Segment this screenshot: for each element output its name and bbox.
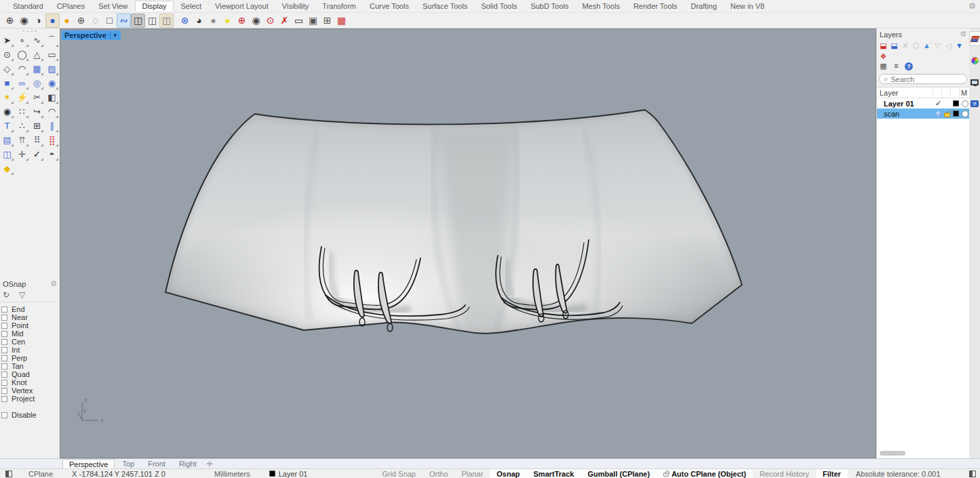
help-circle-icon[interactable]: ? (905, 62, 913, 71)
checkbox[interactable] (1, 323, 7, 329)
curve-handles-icon[interactable]: ⌒ (45, 33, 59, 47)
hide-camera-icon[interactable]: ✗ (277, 14, 292, 28)
menu-item-transform[interactable]: Transform (316, 1, 362, 11)
layer-color-swatch[interactable] (953, 100, 959, 106)
status-toggle-osnap[interactable]: Osnap (490, 469, 526, 478)
osnap-option-mid[interactable]: Mid (1, 330, 60, 338)
gear-icon[interactable]: ⚙ (50, 279, 57, 288)
spheres-icon[interactable]: ∞ (15, 76, 29, 90)
lightning-icon[interactable]: ⚡ (15, 90, 29, 104)
layers-hscrollbar[interactable] (880, 451, 905, 456)
viewport-tab-top[interactable]: Top (116, 459, 140, 469)
arc-icon[interactable]: ◠ (15, 62, 29, 76)
move-points-icon[interactable]: ∴ (15, 119, 29, 133)
blend-curve-icon[interactable]: ◠ (45, 104, 59, 119)
status-toggle-filter[interactable]: Filter (816, 469, 848, 478)
explode-star-icon[interactable]: ✶ (0, 90, 14, 104)
surface-wrap-icon[interactable]: ◉ (45, 76, 59, 90)
osnap-option-near[interactable]: Near (1, 313, 60, 321)
box-icon[interactable]: ■ (0, 76, 14, 90)
osnap-option-tan[interactable]: Tan (1, 362, 60, 370)
linked-spheres-icon[interactable]: ⊛ (178, 14, 192, 28)
viewport-tab-front[interactable]: Front (142, 459, 172, 469)
help-icon[interactable]: ? (969, 96, 980, 111)
menu-item-drafting[interactable]: Drafting (685, 1, 724, 11)
primitives-icon[interactable]: ▣ (306, 14, 320, 28)
move-up-icon[interactable]: ▲ (922, 41, 931, 50)
menu-item-surface-tools[interactable]: Surface Tools (416, 1, 473, 11)
rectangle-icon[interactable]: ▭ (45, 47, 59, 62)
active-layer-button[interactable]: Layer 01 (260, 470, 317, 478)
select-pointer-icon[interactable]: ➤ (0, 33, 14, 47)
status-toggle-gumball-cplane[interactable]: Gumball (CPlane) (581, 469, 656, 478)
checkbox[interactable] (1, 412, 7, 418)
delete-layer-icon[interactable]: ✕ (901, 41, 909, 50)
menu-item-visibility[interactable]: Visibility (276, 1, 315, 11)
menu-item-standard[interactable]: Standard (7, 1, 50, 11)
menu-item-select[interactable]: Select (175, 1, 208, 11)
shaded-viewport-icon[interactable]: ◉ (17, 14, 31, 28)
osnap-option-quad[interactable]: Quad (1, 370, 60, 378)
rhino-logo-icon[interactable]: ∾ (117, 14, 131, 28)
red-camera-icon[interactable]: ⊙ (263, 14, 277, 28)
array-grid-icon[interactable]: ⠿ (30, 133, 44, 147)
osnap-option-cen[interactable]: Cen (1, 338, 60, 346)
osnap-option-disable[interactable]: Disable (1, 411, 60, 419)
checkbox[interactable] (1, 388, 7, 394)
move-down-icon[interactable]: ▽ (933, 41, 942, 50)
osnap-option-int[interactable]: Int (1, 346, 60, 354)
paint-cone-icon[interactable]: ◆ (0, 161, 14, 176)
layer-row-scan[interactable]: scan (877, 108, 969, 119)
gear-icon[interactable]: ⚙ (968, 1, 976, 11)
menu-item-solid-tools[interactable]: Solid Tools (475, 1, 523, 11)
polyline-icon[interactable]: ◇ (0, 62, 14, 76)
pen-display-icon[interactable]: ◫ (131, 14, 145, 28)
checkbox[interactable] (1, 306, 7, 313)
search-input[interactable] (890, 75, 952, 83)
osnap-option-point[interactable]: Point (1, 321, 60, 330)
circle-center-icon[interactable]: ⊙ (0, 47, 14, 62)
menu-item-viewport-layout[interactable]: Viewport Layout (209, 1, 275, 11)
trim-icon[interactable]: ✂ (30, 90, 44, 104)
viewport-tab-perspective[interactable]: Perspective (62, 459, 115, 469)
cylinder-icon[interactable]: ◎ (30, 76, 44, 90)
circles-pair-icon[interactable]: ∷ (15, 104, 29, 119)
osnap-option-end[interactable]: End (1, 305, 60, 313)
status-toggle-smarttrack[interactable]: SmartTrack (527, 469, 581, 478)
layers-stack-icon[interactable]: ▤ (0, 133, 14, 147)
grid-view-icon[interactable]: ▦ (879, 62, 888, 71)
cap-icon[interactable]: ◓ (45, 147, 59, 161)
checkbox[interactable] (1, 355, 7, 361)
boolean-icon[interactable]: ◉ (0, 104, 14, 119)
menu-item-display[interactable]: Display (135, 1, 173, 12)
material-circle-icon[interactable] (962, 111, 968, 117)
menu-item-set-view[interactable]: Set View (92, 1, 134, 11)
menu-item-new-in-v8[interactable]: New in V8 (724, 1, 770, 11)
status-toggle-record-history[interactable]: Record History (753, 469, 816, 478)
absolute-tolerance[interactable]: Absolute tolerance: 0.001 (848, 470, 949, 478)
gear-icon[interactable]: ⚙ (960, 30, 966, 39)
checkbox[interactable] (1, 380, 7, 386)
fillet-curve-icon[interactable]: ↪ (30, 104, 44, 119)
monitor-icon[interactable]: ▭ (292, 14, 306, 28)
red-target-icon[interactable]: ⊕ (235, 14, 249, 28)
checkbox[interactable] (1, 363, 7, 370)
yellow-sphere-icon[interactable]: ● (220, 14, 235, 28)
surface-grid-icon[interactable]: ▦ (30, 62, 44, 76)
display-monitor-icon[interactable] (969, 75, 980, 89)
new-layer-icon[interactable]: ⬓ (879, 41, 888, 50)
mirror-icon[interactable]: ∥ (45, 119, 59, 133)
text-icon[interactable]: T (0, 119, 14, 133)
menu-item-subd-tools[interactable]: SubD Tools (524, 1, 574, 11)
ghosted-sphere-icon[interactable]: ◌ (88, 14, 102, 28)
osnap-option-vertex[interactable]: Vertex (1, 386, 60, 395)
status-toggle-grid-snap[interactable]: Grid Snap (375, 469, 423, 478)
color-grid-icon[interactable]: ▦ (334, 14, 349, 28)
checkbox[interactable] (1, 331, 7, 337)
list-view-icon[interactable]: ≡ (892, 62, 901, 71)
layer-row-layer-01[interactable]: Layer 01✓ (877, 98, 969, 108)
layer-search-box[interactable]: ⌕ (879, 74, 967, 84)
gumball-icon[interactable]: ✛ (15, 147, 29, 161)
raytraced-sphere-icon[interactable]: ● (45, 14, 60, 28)
status-toggle-auto-cplane-object[interactable]: Auto CPlane (Object) (656, 469, 753, 478)
